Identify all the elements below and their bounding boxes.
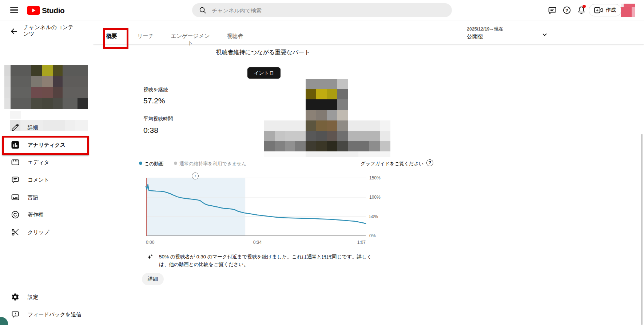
youtube-studio-app: Studio ?	[0, 0, 644, 325]
sidebar-item-label: アナリティクス	[28, 142, 65, 148]
video-frame-pixelated	[306, 79, 348, 120]
info-icon[interactable]: i	[192, 173, 199, 179]
sidebar-item-label: 設定	[28, 294, 38, 301]
stat-value-avg-duration: 0:38	[143, 126, 158, 135]
sidebar-item-copyright[interactable]: 著作権	[0, 206, 93, 223]
search-bar[interactable]	[192, 3, 452, 17]
sidebar-item-comments[interactable]: コメント	[0, 171, 93, 189]
notifications-icon[interactable]	[577, 6, 586, 15]
sidebar-item-feedback[interactable]: フィードバックを送信	[0, 306, 93, 323]
notification-dot	[583, 5, 586, 8]
search-input[interactable]	[212, 7, 430, 13]
sidebar-item-analytics[interactable]: アナリティクス	[0, 136, 93, 154]
graph-guide-link[interactable]: グラフガイドをご覧ください	[314, 160, 424, 167]
help-icon[interactable]: ?	[562, 6, 571, 15]
channel-avatar[interactable]	[621, 4, 635, 17]
tab-audience[interactable]: 視聴者	[226, 33, 245, 41]
create-button-label: 作成	[606, 7, 616, 13]
create-video-icon	[594, 6, 603, 14]
svg-text:50%: 50%	[369, 214, 378, 219]
video-thumbnail	[4, 65, 88, 109]
stat-label-stayed: 視聴を継続	[143, 87, 168, 93]
hamburger-menu-icon[interactable]	[10, 7, 18, 13]
sidebar-item-editor[interactable]: エディタ	[0, 154, 93, 171]
sidebar-item-subtitles[interactable]: 言語	[0, 189, 93, 206]
sidebar-item-label: 著作権	[28, 211, 44, 218]
help-circle-icon[interactable]: ?	[426, 159, 433, 166]
panel-title: 視聴者維持につながる重要なパート	[142, 49, 384, 56]
sidebar-item-label: クリップ	[28, 229, 49, 236]
svg-text:0:34: 0:34	[253, 240, 262, 245]
legend-label-typical: 通常の維持率を利用できません	[179, 160, 246, 167]
tab-engagement[interactable]: エンゲージメント	[170, 33, 211, 41]
settings-icon	[11, 293, 20, 301]
sidebar-item-details[interactable]: 詳細	[0, 119, 93, 136]
stat-label-avg-duration: 平均視聴時間	[143, 116, 173, 122]
svg-text:?: ?	[565, 8, 568, 13]
editor-icon	[11, 158, 20, 167]
create-button[interactable]: 作成	[589, 4, 621, 16]
retention-chart[interactable]: 150%100%50%0%0:000:341:07	[137, 174, 388, 247]
sidebar-title: チャンネルのコンテンツ	[23, 24, 78, 37]
insight-text: 50% の視聴者が 0:30 のマーク付近まで視聴を続けました。これは通常とほぼ…	[159, 253, 377, 268]
back-arrow-icon[interactable]	[9, 27, 18, 36]
sidebar: チャンネルのコンテンツ 詳細 アナリティクス	[0, 20, 93, 325]
tab-reach[interactable]: リーチ	[136, 33, 155, 41]
chart-legend: この動画 通常の維持率を利用できません グラフガイドをご覧ください ?	[143, 160, 477, 167]
sparkle-icon	[146, 254, 154, 261]
date-mode-text: 公開後	[467, 33, 549, 40]
svg-text:100%: 100%	[369, 195, 381, 200]
legend-dot-typical	[174, 162, 177, 165]
analytics-icon	[11, 140, 20, 149]
tab-overview[interactable]: 概要	[103, 33, 120, 41]
feedback-icon	[11, 310, 20, 319]
sidebar-item-settings[interactable]: 設定	[0, 288, 93, 306]
sidebar-item-clips[interactable]: クリップ	[0, 223, 93, 241]
vertical-scrollbar[interactable]	[641, 134, 643, 325]
comments-icon	[11, 175, 20, 184]
date-range-selector[interactable]: 2025/12/19～現在 公開後	[467, 26, 549, 42]
svg-text:150%: 150%	[369, 175, 381, 181]
retention-chart-svg: 150%100%50%0%0:000:341:07	[137, 174, 388, 247]
sidebar-item-label: コメント	[28, 177, 49, 183]
studio-logo-text: Studio	[42, 6, 64, 15]
stat-value-stayed: 57.2%	[143, 96, 165, 105]
video-frame-strip-pixelated	[264, 120, 390, 157]
copyright-icon	[11, 210, 20, 219]
pencil-icon	[11, 123, 20, 132]
top-app-bar: Studio ?	[0, 0, 644, 20]
date-range-text: 2025/12/19～現在	[467, 26, 549, 32]
svg-text:0%: 0%	[369, 233, 376, 238]
intro-badge: イントロ	[247, 67, 281, 79]
studio-logo[interactable]: Studio	[27, 6, 64, 15]
sidebar-item-label: フィードバックを送信	[28, 311, 81, 318]
legend-dot-this-video	[139, 162, 142, 165]
details-button[interactable]: 詳細	[142, 273, 164, 285]
video-title-placeholder	[10, 111, 21, 119]
sidebar-item-label: エディタ	[28, 159, 49, 166]
svg-text:0:00: 0:00	[146, 240, 155, 245]
subtitles-icon	[11, 193, 20, 202]
comments-topbar-icon[interactable]	[548, 6, 557, 15]
search-icon	[199, 6, 207, 14]
key-moments-panel: 視聴者維持につながる重要なパート イントロ 視聴を継続 57.2% 平均視聴時間…	[93, 44, 641, 325]
svg-text:1:07: 1:07	[357, 240, 366, 245]
sidebar-item-label: 詳細	[28, 124, 38, 131]
legend-label-this-video: この動画	[144, 160, 164, 167]
chevron-down-icon	[541, 31, 549, 39]
sidebar-item-label: 言語	[28, 194, 38, 201]
youtube-play-icon	[27, 6, 40, 15]
scissors-icon	[11, 228, 20, 237]
